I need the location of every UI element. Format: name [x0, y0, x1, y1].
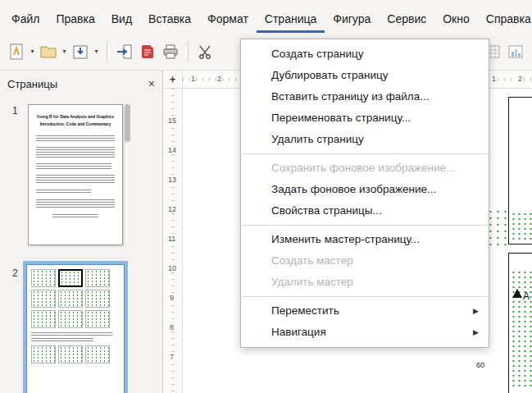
caption-lines	[31, 332, 112, 336]
scissors-icon	[197, 43, 215, 61]
menu-separator	[242, 296, 488, 297]
menu-item-label: Свойства страницы...	[271, 200, 479, 222]
menu-item-insert-page-from-file[interactable]: Вставить страницу из файла...	[241, 86, 489, 107]
menu-separator	[242, 225, 488, 226]
pages-panel: Страницы × 1 Using R for Data Analysis a…	[0, 71, 163, 393]
mini-plot	[31, 345, 56, 363]
dropdown-arrow-icon[interactable]: ▾	[60, 48, 69, 55]
menu-help[interactable]: Справка	[478, 5, 532, 33]
ruler-number: 13	[167, 176, 177, 184]
submenu-arrow-icon: ▶	[473, 300, 479, 322]
ruler-number: 15	[167, 117, 177, 125]
toolbar-separator	[188, 41, 189, 62]
thumbnail-doc-title: Using R for Data Analysis and Graphics	[36, 113, 115, 121]
export-button[interactable]	[113, 39, 136, 64]
text-lines	[36, 163, 111, 170]
export-icon	[116, 43, 134, 61]
menu-item-label: Задать фоновое изображение...	[271, 179, 479, 200]
menu-item-new-page[interactable]: Создать страницу	[241, 43, 489, 65]
ruler-number: 12	[167, 205, 177, 213]
menu-view[interactable]: Вид	[103, 5, 140, 33]
thumbnail-doc-subtitle: Introduction, Code and Commentary	[36, 121, 115, 128]
page-thumbnail-2-selection	[23, 261, 128, 393]
open-button[interactable]	[37, 39, 60, 64]
thumbnail-plot-grid	[31, 269, 120, 328]
ruler-number: 11	[167, 235, 176, 243]
text-lines	[36, 175, 115, 185]
menu-item-label: Создать страницу	[271, 43, 479, 65]
menu-item-duplicate-page[interactable]: Дублировать страницу	[241, 65, 489, 86]
menu-insert[interactable]: Вставка	[140, 5, 199, 33]
open-folder-icon	[39, 43, 57, 61]
menu-item-change-master-page[interactable]: Изменить мастер-страницу...	[241, 229, 489, 250]
page-number-1: 1	[12, 105, 18, 117]
menu-item-new-master: Создать мастер	[241, 250, 489, 272]
mini-plot	[58, 345, 83, 363]
menu-shape[interactable]: Фигура	[325, 5, 379, 33]
panel-scrollbar[interactable]	[125, 104, 130, 142]
toolbar-separator	[107, 41, 107, 62]
text-lines	[52, 214, 98, 219]
menu-item-rename-page[interactable]: Переименовать страницу...	[241, 107, 489, 129]
cut-button[interactable]	[194, 39, 217, 64]
menu-item-label: Удалить страницу	[271, 129, 479, 150]
menu-file[interactable]: Файл	[3, 5, 48, 33]
dropdown-arrow-icon[interactable]: ▾	[28, 48, 37, 55]
menu-edit[interactable]: Правка	[48, 5, 102, 33]
ruler-number: 9	[169, 294, 175, 302]
mini-plot	[85, 290, 110, 308]
menu-item-label: Навигация	[271, 322, 473, 343]
print-button[interactable]	[159, 39, 182, 64]
chart-button[interactable]	[504, 39, 527, 64]
menu-item-label: Изменить мастер-страницу...	[271, 229, 479, 250]
menu-item-navigation[interactable]: Навигация▶	[241, 322, 489, 343]
page-thumbnail-1[interactable]: Using R for Data Analysis and Graphics I…	[28, 104, 123, 245]
menu-window[interactable]: Окно	[434, 5, 478, 33]
menu-item-label: Переименовать страницу...	[271, 107, 479, 129]
menu-item-page-properties[interactable]: Свойства страницы...	[241, 200, 489, 222]
menu-format[interactable]: Формат	[199, 5, 257, 33]
ruler-number: 2	[216, 75, 222, 83]
point-label: A	[523, 290, 530, 302]
scatter-points	[511, 270, 532, 387]
menu-item-label: Переместить	[271, 300, 473, 322]
save-button[interactable]	[69, 39, 92, 64]
text-lines	[36, 190, 91, 194]
mini-plot	[31, 290, 56, 308]
mini-plot	[58, 310, 83, 328]
menu-item-delete-page[interactable]: Удалить страницу	[241, 129, 489, 150]
export-pdf-button[interactable]	[136, 39, 159, 64]
menu-tools[interactable]: Сервис	[379, 5, 434, 33]
dropdown-arrow-icon[interactable]: ▾	[92, 48, 101, 55]
menu-item-label: Дублировать страницу	[271, 65, 479, 86]
ruler-number: 1	[190, 75, 196, 83]
new-drawing-button[interactable]	[5, 39, 28, 64]
mini-plot	[85, 345, 110, 363]
ruler-number: 2	[517, 75, 523, 83]
mini-plot	[85, 269, 110, 287]
crosshair-mark: +	[170, 73, 176, 85]
ruler-number: 7	[169, 353, 175, 361]
ruler-number: 14	[167, 146, 177, 154]
ruler-number: 8	[169, 323, 175, 331]
page-menu-dropdown: Создать страницу Дублировать страницу Вс…	[240, 39, 489, 348]
ruler-number: 10	[167, 264, 177, 272]
save-icon	[71, 43, 89, 61]
page-number-2: 2	[12, 267, 18, 279]
menu-item-move[interactable]: Переместить▶	[241, 300, 489, 322]
scatter-plot-top	[508, 97, 532, 244]
mini-plot	[85, 310, 110, 328]
scatter-cluster	[487, 208, 508, 248]
menu-page[interactable]: Страница	[257, 5, 325, 33]
page-thumbnail-2[interactable]	[26, 264, 125, 393]
chart-icon	[507, 43, 525, 61]
vertical-ruler[interactable]: 15 14 13 12 11 10 9 8 7	[163, 89, 183, 393]
mini-plot	[31, 310, 56, 328]
menu-item-label: Вставить страницу из файла...	[271, 86, 479, 107]
menu-item-label: Удалить мастер	[271, 272, 479, 293]
menu-item-set-background-image[interactable]: Задать фоновое изображение...	[241, 179, 489, 200]
text-lines	[36, 199, 115, 208]
scatter-points	[511, 212, 532, 241]
mini-plot	[31, 269, 56, 287]
close-icon[interactable]: ×	[148, 78, 155, 89]
